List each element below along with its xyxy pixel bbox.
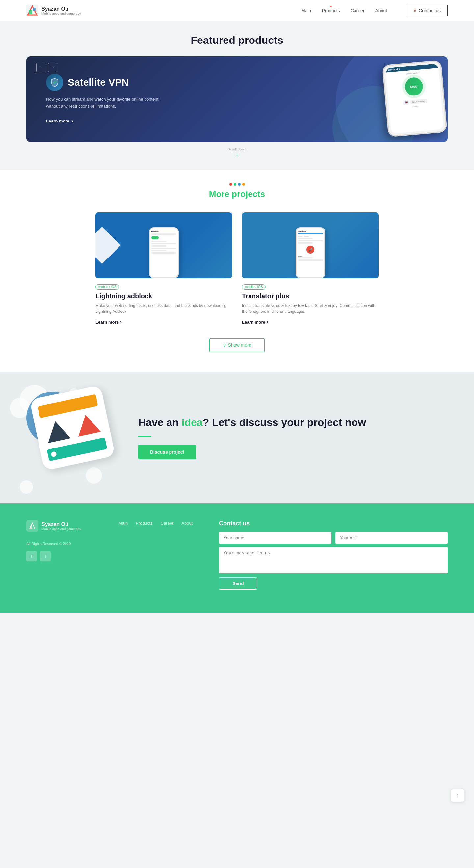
footer-contact: Contact us Send (219, 520, 448, 590)
footer-nav-main[interactable]: Main (119, 521, 128, 526)
hero-phone-screen: Satellite VPN Upload / Download Stop 🇬🇧 … (386, 64, 444, 134)
featured-section: Featured products ← → Satellite VPN Now … (0, 21, 474, 170)
facebook-link[interactable]: f (26, 551, 37, 561)
project-name-translator: Translator plus (242, 292, 379, 300)
brand-block: Syazan Oü Mobile apps and game dev (41, 6, 81, 16)
translator-screen: Translation English → Russian 🎤 History (296, 228, 324, 264)
vpn-btn-area: Stop (389, 73, 438, 100)
hero-phone-area: Satellite VPN Upload / Download Stop 🇬🇧 … (326, 56, 438, 142)
show-more-button[interactable]: Show more (209, 338, 265, 352)
contact-form-name-row (219, 532, 448, 544)
contact-name-input[interactable] (219, 532, 331, 544)
hero-content: Satellite VPN Now you can stream and wat… (46, 74, 171, 125)
contact-us-button[interactable]: Contact us (407, 5, 448, 16)
hero-phone-mockup: Satellite VPN Upload / Download Stop 🇬🇧 … (382, 60, 447, 137)
scroll-down: Scroll down ↓ (26, 142, 448, 163)
vpn-logo: Satellite VPN (46, 74, 171, 91)
send-button[interactable]: Send (219, 577, 257, 590)
translator-learn-more[interactable]: Learn more (242, 319, 379, 325)
footer-nav-products[interactable]: Products (136, 521, 152, 526)
adblock-phone: Block list (149, 227, 179, 278)
twitter-link[interactable]: t (40, 551, 51, 561)
brand-tagline: Mobile apps and game dev (41, 12, 81, 16)
cta-heading: Have an idea? Let's discuss your project… (138, 416, 448, 430)
dot-green (234, 183, 236, 186)
brand-name: Syazan Oü (41, 6, 81, 12)
footer: Syazan Oü Mobile apps and game dev All R… (0, 503, 474, 613)
hero-learn-more-link[interactable]: Learn more (46, 118, 171, 124)
footer-nav-career[interactable]: Career (161, 521, 174, 526)
dot-red (229, 183, 232, 186)
vpn-shield-icon (46, 74, 63, 91)
nav-about[interactable]: About (375, 8, 387, 13)
logo-area[interactable]: Syazan Oü Mobile apps and game dev (26, 5, 81, 17)
footer-nav-links: Main Products Career About (119, 520, 193, 526)
contact-message-input[interactable] (219, 547, 448, 573)
hand-phone-adblock: Block list (149, 212, 179, 278)
footer-social: f t (26, 551, 92, 561)
hero-card: ← → Satellite VPN Now you can stream and… (26, 56, 448, 142)
svg-rect-2 (29, 10, 32, 14)
hand-phone-translator: Translation English → Russian 🎤 History (295, 212, 325, 278)
vpn-stop-btn[interactable]: Stop (404, 77, 424, 96)
project-tag-adblock: mobile / iOS (95, 284, 119, 290)
logo-icon (26, 5, 38, 17)
footer-rights: All Rights Reserved © 2020 (26, 542, 92, 546)
cta-app-icon (30, 385, 116, 471)
nav-links: Main Products Career About (301, 7, 387, 13)
footer-nav: Main Products Career About (119, 520, 193, 590)
adblock-learn-more[interactable]: Learn more (95, 319, 232, 325)
project-desc-adblock: Make your web surfing faster, use less d… (95, 303, 232, 314)
mic-btn[interactable]: 🎤 (307, 246, 314, 253)
dot-orange (242, 183, 245, 186)
footer-brand-name: Syazan Oü (41, 521, 81, 527)
hero-nav-arrows: ← → (36, 63, 57, 72)
prev-arrow[interactable]: ← (36, 63, 45, 72)
more-projects-section: More projects Block list (0, 170, 474, 372)
footer-tagline: Mobile apps and game dev (41, 527, 81, 531)
footer-logo-area: Syazan Oü Mobile apps and game dev (26, 520, 92, 532)
cta-content: Have an idea? Let's discuss your project… (138, 416, 448, 460)
hero-product-name: Satellite VPN (68, 77, 129, 88)
footer-brand: Syazan Oü Mobile apps and game dev All R… (26, 520, 92, 590)
cta-section: Have an idea? Let's discuss your project… (0, 372, 474, 503)
project-name-adblock: Lightning adblock (95, 292, 232, 300)
dot-blue (238, 183, 241, 186)
scroll-down-arrow: ↓ (32, 151, 442, 158)
cta-phone-visual (26, 392, 119, 484)
project-card-translator: Translation English → Russian 🎤 History (242, 212, 379, 325)
nav-main[interactable]: Main (301, 8, 311, 13)
project-desc-translator: Instant translate voice & text by few ta… (242, 303, 379, 314)
cta-heading-after: ? Let's discuss your project now (203, 416, 366, 428)
projects-grid: Block list mobile / iOS Ligh (95, 212, 379, 325)
show-more-center: Show more (26, 338, 448, 352)
footer-top: Syazan Oü Mobile apps and game dev All R… (26, 520, 448, 590)
cta-idea-word: idea (182, 416, 203, 428)
project-card-adblock: Block list mobile / iOS Ligh (95, 212, 232, 325)
footer-contact-title: Contact us (219, 520, 448, 527)
navbar: Syazan Oü Mobile apps and game dev Main … (0, 0, 474, 21)
diamond-decoration (95, 226, 121, 264)
adblock-screen: Block list (150, 228, 178, 256)
section-dots (26, 183, 448, 186)
discuss-project-button[interactable]: Discuss project (138, 445, 196, 459)
icon-shapes (30, 385, 116, 471)
project-tag-translator: mobile / iOS (242, 284, 266, 290)
project-image-translator: Translation English → Russian 🎤 History (242, 212, 379, 278)
next-arrow[interactable]: → (48, 63, 57, 72)
translator-phone: Translation English → Russian 🎤 History (295, 227, 325, 278)
cta-divider (138, 436, 151, 437)
svg-rect-5 (30, 526, 32, 528)
project-image-adblock: Block list (95, 212, 232, 278)
footer-logo-icon (26, 520, 38, 532)
contact-email-input[interactable] (336, 532, 448, 544)
shape-triangle-red (74, 412, 101, 437)
nav-career[interactable]: Career (351, 8, 365, 13)
footer-brand-text: Syazan Oü Mobile apps and game dev (41, 521, 81, 531)
footer-nav-about[interactable]: About (181, 521, 193, 526)
more-projects-title: More projects (26, 189, 448, 199)
shape-triangle-dark (44, 419, 71, 443)
svg-rect-3 (33, 8, 36, 10)
nav-products[interactable]: Products (322, 8, 340, 13)
hero-description: Now you can stream and watch your favori… (46, 96, 171, 110)
